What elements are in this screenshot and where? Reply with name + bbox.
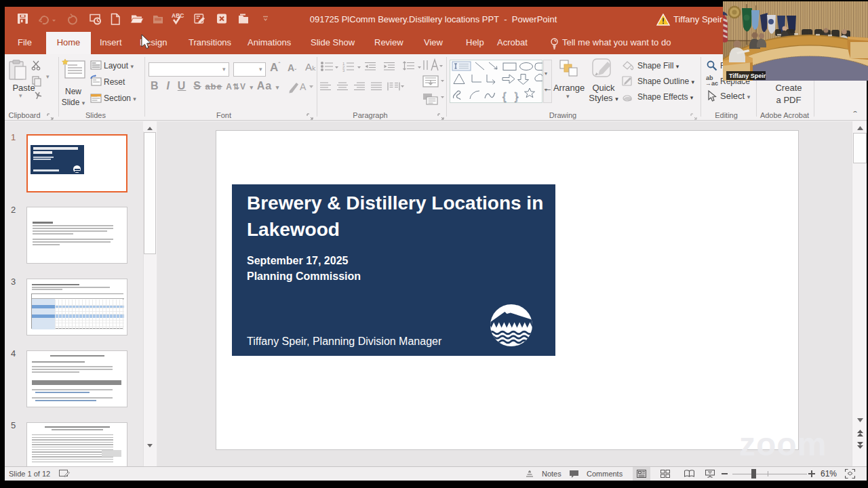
svg-text:A: A bbox=[300, 81, 307, 92]
svg-text:}: } bbox=[515, 91, 519, 102]
svg-text:→ac: →ac bbox=[705, 80, 718, 87]
svg-text:Tiffany Speir: Tiffany Speir bbox=[729, 73, 766, 79]
svg-text:3: 3 bbox=[342, 68, 345, 73]
svg-text:{: { bbox=[502, 91, 507, 102]
